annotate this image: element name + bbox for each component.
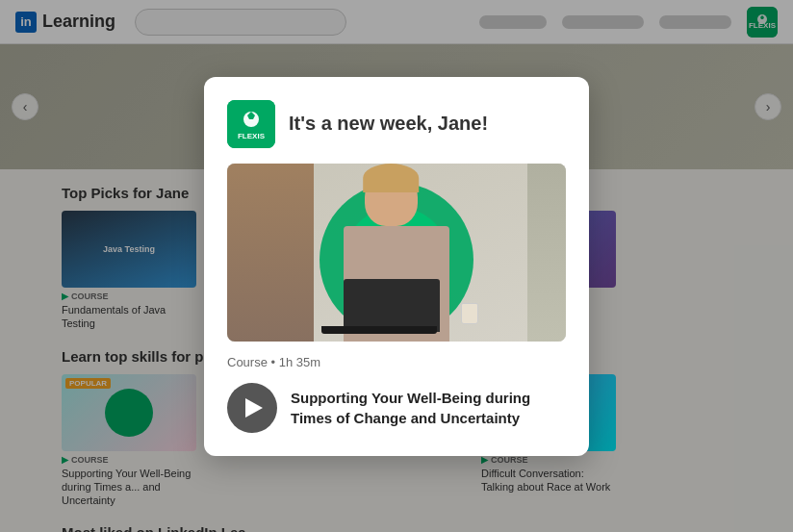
modal-dialog: FLEXIS It's a new week, Jane!	[204, 77, 589, 456]
hero-illustration	[227, 164, 566, 342]
svg-text:FLEXIS: FLEXIS	[238, 132, 266, 140]
play-icon	[245, 398, 263, 418]
modal-logo: FLEXIS	[227, 100, 275, 148]
modal-overlay[interactable]: FLEXIS It's a new week, Jane!	[0, 0, 793, 532]
modal-flexis-icon: FLEXIS	[227, 100, 275, 148]
modal-header: FLEXIS It's a new week, Jane!	[227, 100, 566, 148]
modal-meta: Course • 1h 35m	[227, 355, 566, 369]
play-button[interactable]	[227, 383, 277, 433]
modal-course-title: Supporting Your Well-Being during Times …	[291, 388, 566, 428]
modal-course-row: Supporting Your Well-Being during Times …	[227, 383, 566, 433]
person-shape	[300, 164, 493, 342]
modal-title: It's a new week, Jane!	[289, 113, 488, 135]
window-right	[527, 164, 566, 342]
modal-hero-image	[227, 164, 566, 342]
